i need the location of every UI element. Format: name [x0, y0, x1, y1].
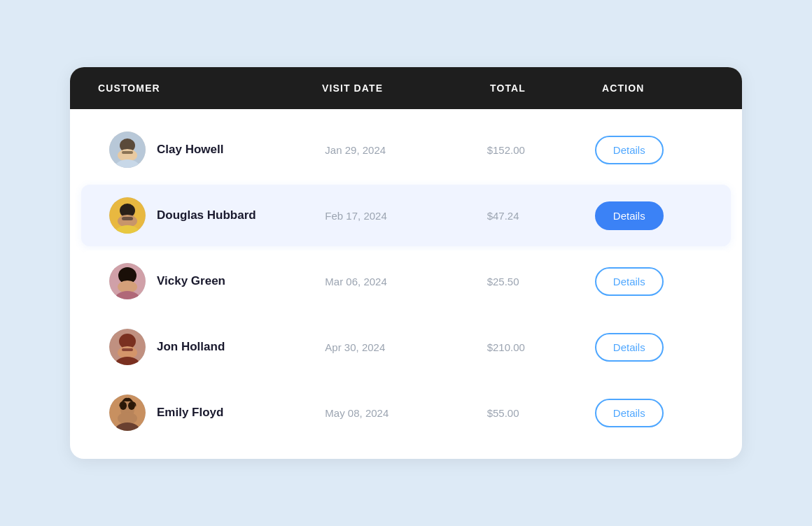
customer-cell: Jon Holland: [109, 329, 325, 365]
svg-rect-21: [122, 348, 133, 351]
details-button[interactable]: Details: [595, 267, 664, 296]
action-cell: Details: [595, 136, 703, 164]
svg-rect-4: [122, 151, 133, 154]
customer-cell: Emily Floyd: [109, 395, 325, 431]
total-amount: $152.00: [487, 144, 595, 156]
action-cell: Details: [595, 333, 703, 362]
avatar: [109, 132, 146, 168]
visit-date: Jan 29, 2024: [325, 144, 486, 156]
details-button[interactable]: Details: [595, 333, 664, 362]
customer-name: Emily Floyd: [157, 406, 223, 420]
customer-name: Clay Howell: [157, 143, 223, 157]
customer-name: Jon Holland: [157, 340, 225, 354]
table-body: Clay Howell Jan 29, 2024 $152.00 Details…: [70, 109, 742, 459]
header-action: ACTION: [602, 83, 714, 94]
table-row: Jon Holland Apr 30, 2024 $210.00 Details: [81, 316, 731, 378]
total-amount: $55.00: [487, 407, 595, 419]
avatar: [109, 263, 146, 299]
customer-cell: Vicky Green: [109, 263, 325, 299]
visit-date: May 08, 2024: [325, 407, 486, 419]
svg-point-26: [128, 401, 135, 410]
customer-name: Douglas Hubbard: [157, 208, 256, 222]
table-header: CUSTOMER VISIT DATE TOTAL ACTION: [70, 67, 742, 109]
total-amount: $47.24: [487, 210, 595, 222]
visit-date: Apr 30, 2024: [325, 341, 486, 353]
details-button[interactable]: Details: [595, 136, 664, 164]
header-customer: CUSTOMER: [98, 83, 322, 94]
avatar: [109, 395, 146, 431]
table-row: Douglas Hubbard Feb 17, 2024 $47.24 Deta…: [81, 185, 731, 246]
customer-name: Vicky Green: [157, 274, 225, 288]
details-button[interactable]: Details: [595, 399, 664, 427]
table-row: Clay Howell Jan 29, 2024 $152.00 Details: [81, 119, 731, 180]
total-amount: $210.00: [487, 341, 595, 353]
customer-cell: Clay Howell: [109, 132, 325, 168]
customer-cell: Douglas Hubbard: [109, 197, 325, 234]
svg-rect-10: [122, 217, 133, 220]
avatar: [109, 197, 146, 234]
avatar: [109, 329, 146, 365]
action-cell: Details: [595, 201, 703, 230]
svg-point-25: [120, 401, 127, 410]
visit-date: Feb 17, 2024: [325, 210, 486, 222]
header-total: TOTAL: [490, 83, 602, 94]
table-row: Vicky Green Mar 06, 2024 $25.50 Details: [81, 250, 731, 312]
visit-date: Mar 06, 2024: [325, 276, 486, 287]
table-row: Emily Floyd May 08, 2024 $55.00 Details: [81, 382, 731, 443]
customer-table: CUSTOMER VISIT DATE TOTAL ACTION Clay Ho…: [70, 67, 742, 459]
action-cell: Details: [595, 267, 703, 296]
action-cell: Details: [595, 399, 703, 427]
header-visit-date: VISIT DATE: [322, 83, 490, 94]
details-button[interactable]: Details: [595, 201, 664, 230]
total-amount: $25.50: [487, 276, 595, 287]
